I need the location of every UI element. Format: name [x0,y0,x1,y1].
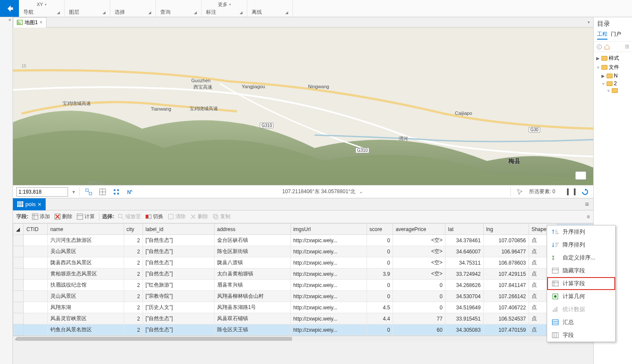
close-icon[interactable]: × [38,201,41,208]
map-tab-title: 地图1 [25,19,38,26]
column-header[interactable]: name [47,224,124,235]
tree-item[interactable]: ▿2 [595,80,631,87]
svg-rect-43 [552,281,558,286]
svg-rect-17 [32,214,38,219]
dialog-launcher-icon[interactable]: ◢ [240,10,243,15]
map-label: 梅县 [508,157,520,165]
svg-rect-50 [556,307,557,312]
column-header[interactable]: averagePrice [393,224,445,235]
ctx-summary[interactable]: 汇总 [547,316,615,329]
home-icon[interactable] [604,44,610,50]
back-icon[interactable] [596,44,602,50]
ctx-calc[interactable]: 计算字段 [547,277,615,290]
dropdown-icon[interactable]: ▾ [588,20,593,25]
svg-rect-27 [146,215,148,219]
column-header[interactable]: score [367,224,393,235]
constraint-icon[interactable] [112,187,121,197]
column-header[interactable]: address [214,224,290,235]
close-icon[interactable]: × [0,17,12,24]
delete-selection-button[interactable]: 删除 [188,212,210,221]
folder-icon [601,65,607,70]
ctx-geom[interactable]: 计算几何 [547,290,615,303]
catalog-tabs[interactable]: 工程 门户 [594,31,632,41]
ctx-sort-custom[interactable]: 自定义排序... [547,251,615,264]
delete-field-button[interactable]: 删除 [53,212,74,221]
refresh-icon[interactable] [580,187,590,197]
tab-project[interactable]: 工程 [597,31,607,40]
ribbon-group: 选择◢ [110,0,156,17]
coords-label: 107.2118406°东 34.0578801°北 [282,188,355,194]
ctx-hide[interactable]: 隐藏字段 [547,264,615,277]
navigator-icon[interactable] [575,171,586,180]
menu-icon[interactable]: ≡ [587,214,590,220]
dialog-launcher-icon[interactable]: ◢ [148,10,151,15]
dialog-launcher-icon[interactable]: ◢ [57,10,60,15]
back-button[interactable] [0,0,19,17]
tab-portal[interactable]: 门户 [611,31,621,40]
map-tab[interactable]: 地图1 × [13,17,47,28]
correction-icon[interactable]: N [125,187,135,197]
ribbon: XY▾ 导航◢ 图层◢ 选择◢ 查询◢更多▾ 标注◢ 离线◢ [0,0,632,17]
snap-icon[interactable] [84,187,93,197]
svg-rect-51 [552,320,558,325]
table-row[interactable]: 陇县西武当风景区 2 ["自然生态"] 陇县八渡镇 http://zxwpic.… [13,257,593,268]
dialog-launcher-icon[interactable]: ◢ [103,10,106,15]
menu-icon[interactable]: ≡ [585,201,593,208]
folder-icon [607,81,613,86]
toggle-button[interactable]: 切换 [143,212,165,221]
tree-item[interactable]: ▶N [595,72,631,80]
ctx-sort-desc[interactable]: 降序排列 [547,238,615,251]
grid-icon[interactable] [98,187,107,197]
column-header[interactable]: city [124,224,143,235]
attribute-table[interactable]: ◢CTIDnamecitylabel_idaddressimgsUrlscore… [13,223,593,364]
catalog-tree[interactable]: ▶样式▿文件▶N▿2▿ [594,52,632,96]
sort-asc-icon [551,228,559,235]
ctx-sort-asc[interactable]: 升序排列 [547,225,615,238]
svg-rect-28 [149,215,151,219]
table-row[interactable]: 灵山风景区 2 ["宗教寺院"] 凤翔县柳林镇会山村 http://zxwpic… [13,291,593,302]
column-header[interactable]: CTID [24,224,47,235]
table-row[interactable]: 钓鱼台风景名胜区 2 ["自然生态"] 陈仓区天王镇 http://zxwpic… [13,324,593,336]
table-row[interactable]: 扶眉战役纪念馆 2 ["红色旅游"] 眉县常兴镇 http://zxwpic.w… [13,280,593,291]
dialog-launcher-icon[interactable]: ◢ [194,10,197,15]
tree-item[interactable]: ▿ [595,87,631,94]
scale-input[interactable] [16,187,68,197]
map-status-bar: ▾ N 107.2118406°东 34.0578801°北 ⌄ 所选要素: 0 [13,185,593,198]
column-header[interactable]: lat [445,224,483,235]
stats-icon [551,306,559,313]
chevron-down-icon[interactable]: ⌄ [359,188,363,194]
table-row[interactable]: 凤翔东湖 2 ["历史人文"] 凤翔县东湖路1号 http://zxwpic.w… [13,302,593,313]
svg-point-47 [554,295,557,298]
ribbon-group: 查询◢ [156,0,202,17]
map-label: 宝鸡绕城高速 [190,105,218,112]
table-row[interactable]: 黄柏塬原生态风景区 2 ["自然生态"] 太白县黄柏塬镇 http://zxwp… [13,268,593,280]
map-view[interactable]: Guozhen西宝高速YangjiagouNingwangTianwang宝鸡绕… [13,28,593,185]
column-header[interactable]: lng [483,224,529,235]
dialog-launcher-icon[interactable]: ◢ [285,10,288,15]
close-icon[interactable]: × [40,19,43,25]
column-header[interactable]: imgsUrl [290,224,367,235]
map-label: 宝鸡绕城高速 [62,100,91,107]
table-row[interactable]: 六川河生态旅游区 2 ["自然生态"] 金台区硖石镇 http://zxwpic… [13,235,593,246]
copy-button[interactable]: 复制 [211,212,232,221]
table-tab[interactable]: pois × [13,198,46,210]
road-tag: G30 [529,127,540,133]
tree-item[interactable]: ▿文件 [595,63,631,72]
search-input[interactable]: 搜 [625,43,629,50]
map-label: Ningwang [308,84,329,89]
ctx-fields[interactable]: 字段 [547,329,615,342]
zoom-to-button[interactable]: 缩放至 [116,212,143,221]
row-header[interactable]: ◢ [13,224,24,235]
calc-field-button[interactable]: 计算 [75,212,97,221]
clear-button[interactable]: 清除 [166,212,187,221]
tree-item[interactable]: ▶样式 [595,54,631,63]
table-row[interactable]: 凤县灵官峡景区 2 ["自然生态"] 凤县双石铺镇 http://zxwpic.… [13,313,593,324]
svg-rect-1 [86,189,88,191]
table-row[interactable]: 吴山风景区 2 ["自然生态"] 陈仓区新街镇 http://zxwpic.we… [13,246,593,257]
add-field-button[interactable]: 添加 [30,212,52,221]
horizontal-scrollbar[interactable]: ◂ ▸ [13,336,593,342]
select-tool-icon[interactable] [515,187,525,197]
svg-rect-29 [168,214,173,219]
column-header[interactable]: label_id [143,224,214,235]
folder-icon [612,88,618,93]
